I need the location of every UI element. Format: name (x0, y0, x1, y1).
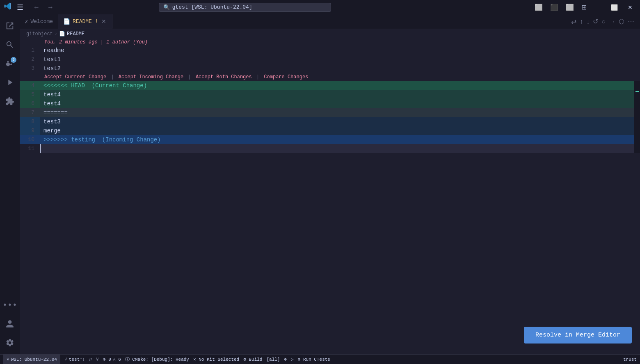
line-content-10: >>>>>>> testing (Incoming Change) (40, 135, 634, 144)
command-palette[interactable]: 🔍 gtest [WSL: Ubuntu-22.04] (159, 3, 331, 12)
status-run-ctests[interactable]: ⊕ Run CTests (298, 357, 330, 362)
line-number-6: 6 (20, 99, 40, 108)
table-row: 10 >>>>>>> testing (Incoming Change) (20, 135, 640, 144)
status-no-kit[interactable]: ✕ No Kit Selected (193, 357, 239, 362)
tab-welcome[interactable]: ✗ Welcome (20, 14, 58, 29)
compare-changes-link[interactable]: Compare Changes (264, 74, 308, 80)
status-errors[interactable]: ⊗ 0 △ 6 (103, 357, 121, 362)
file-icon: 📄 (59, 31, 65, 37)
line-content-8: test3 (40, 117, 634, 126)
breadcrumb: gitobject › 📄 README (20, 29, 640, 39)
toolbar-more-icon[interactable]: ⋯ (626, 17, 636, 26)
sidebar-item-explorer[interactable] (2, 18, 18, 34)
nav-buttons: ← → (31, 3, 56, 12)
table-row: 5 test4 (20, 90, 640, 99)
status-wsl[interactable]: ✕ WSL: Ubuntu-22.04 (3, 355, 60, 364)
status-git-icon[interactable]: ⑂ (96, 357, 99, 362)
all-label: [all] (266, 357, 280, 362)
line-content-4: <<<<<<< HEAD (Current Change) (40, 81, 634, 90)
run-icon: ▷ (291, 357, 294, 362)
line-number-11: 11 (20, 144, 40, 153)
cmake-label: ⓘ CMake: [Debug]: Ready (125, 356, 189, 362)
close-button[interactable]: ✕ (624, 3, 636, 11)
line-number-2: 2 (20, 55, 40, 64)
status-sync[interactable]: ⇄ (89, 357, 92, 362)
accept-both-link[interactable]: Accept Both Changes (196, 74, 252, 80)
tab-bar: ✗ Welcome 📄 README ! ✕ ⇄ ↑ ↓ ↺ ○ → ⬡ ⋯ (20, 14, 640, 29)
sidebar-item-extensions[interactable] (2, 93, 18, 109)
status-all[interactable]: [all] (266, 357, 280, 362)
line-number-3: 3 (20, 64, 40, 73)
sidebar-item-run[interactable] (2, 74, 18, 91)
layout-sidebar-icon[interactable]: ⬜ (533, 2, 545, 12)
git-icon: ⑂ (96, 357, 99, 362)
sidebar-item-settings[interactable] (2, 334, 18, 351)
table-row: 2 test1 (20, 55, 640, 64)
sidebar-item-accounts[interactable] (2, 316, 18, 332)
toolbar-next-change-icon[interactable]: ↓ (585, 17, 591, 26)
wsl-label: WSL: Ubuntu-22.04 (11, 357, 57, 362)
layout-split-icon[interactable]: ⬜ (564, 2, 576, 12)
status-left: ✕ WSL: Ubuntu-22.04 ⑂ test*! ⇄ ⑂ ⊗ 0 △ 6… (3, 355, 330, 364)
main-layout: 6 ••• ✗ Welcome 📄 README ! ✕ (0, 14, 640, 354)
toolbar-diff-icon[interactable]: ⇄ (569, 17, 578, 26)
toolbar-undo-icon[interactable]: ↺ (591, 17, 600, 26)
warnings-label: △ 6 (113, 357, 121, 362)
sidebar-item-more[interactable]: ••• (2, 297, 18, 313)
merge-conflict-actions: Accept Current Change | Accept Incoming … (20, 73, 640, 81)
menu-icon[interactable]: ☰ (17, 3, 23, 12)
minimize-button[interactable]: — (592, 3, 604, 11)
table-row: 1 readme (20, 46, 640, 55)
code-area[interactable]: 1 readme 2 test1 3 test2 Accept Current … (20, 46, 640, 354)
scroll-gutter-11 (634, 144, 640, 153)
line-number-5: 5 (20, 90, 40, 99)
maximize-button[interactable]: ⬜ (608, 3, 621, 11)
wsl-icon: ✕ (7, 357, 9, 362)
vscode-logo-icon (4, 2, 11, 12)
back-button[interactable]: ← (31, 3, 42, 12)
title-bar: ☰ ← → 🔍 gtest [WSL: Ubuntu-22.04] ⬜ ⬛ ⬜ … (0, 0, 640, 14)
table-row: 4 <<<<<<< HEAD (Current Change) (20, 81, 640, 90)
tab-readme-label: README ! (73, 18, 98, 25)
breadcrumb-readme[interactable]: 📄 README (59, 31, 85, 37)
scroll-gutter-5 (634, 90, 640, 99)
scroll-gutter-7 (634, 108, 640, 117)
table-row: 3 test2 (20, 64, 640, 73)
status-right: trust (623, 357, 637, 362)
tab-readme[interactable]: 📄 README ! ✕ (58, 14, 112, 29)
scroll-gutter-4 (634, 81, 640, 90)
status-run[interactable]: ▷ (291, 357, 294, 362)
debug-icon: ⊕ (284, 357, 287, 362)
line-content-9: merge (40, 126, 634, 135)
table-row: 6 test4 (20, 99, 640, 108)
line-number-1: 1 (20, 46, 40, 55)
status-build[interactable]: ⚙ Build (243, 357, 262, 362)
status-branch[interactable]: ⑂ test*! (64, 357, 85, 362)
editor-content[interactable]: You, 2 minutes ago | 1 author (You) 1 re… (20, 39, 640, 354)
line-content-7: ======= (40, 108, 634, 117)
sidebar-item-search[interactable] (2, 36, 18, 53)
accept-incoming-link[interactable]: Accept Incoming Change (119, 74, 183, 80)
layout-panel-icon[interactable]: ⬛ (548, 2, 560, 12)
encoding-label[interactable]: trust (623, 357, 637, 362)
breadcrumb-gitobject[interactable]: gitobject (26, 31, 53, 37)
status-debug[interactable]: ⊕ (284, 357, 287, 362)
readme-tab-icon: 📄 (63, 18, 70, 25)
toolbar-circle-icon[interactable]: ○ (600, 17, 607, 26)
toolbar-prev-change-icon[interactable]: ↑ (578, 17, 585, 26)
tab-welcome-label: Welcome (30, 18, 53, 25)
tab-readme-close[interactable]: ✕ (101, 18, 107, 24)
toolbar-arrow-icon[interactable]: → (607, 17, 617, 26)
window-controls: ⬜ ⬛ ⬜ ⊞ — ⬜ ✕ (533, 2, 636, 12)
layout-grid-icon[interactable]: ⊞ (579, 2, 589, 12)
sidebar-item-source-control[interactable]: 6 (2, 55, 18, 72)
scroll-gutter-6 (634, 99, 640, 108)
search-input[interactable]: gtest [WSL: Ubuntu-22.04] (172, 4, 327, 10)
resolve-in-merge-editor-button[interactable]: Resolve in Merge Editor (524, 327, 632, 344)
status-cmake[interactable]: ⓘ CMake: [Debug]: Ready (125, 356, 189, 362)
toolbar-hex-icon[interactable]: ⬡ (617, 17, 626, 26)
accept-current-link[interactable]: Accept Current Change (44, 74, 106, 80)
line-content-11[interactable] (40, 144, 634, 153)
line-number-10: 10 (20, 135, 40, 144)
forward-button[interactable]: → (45, 3, 56, 12)
